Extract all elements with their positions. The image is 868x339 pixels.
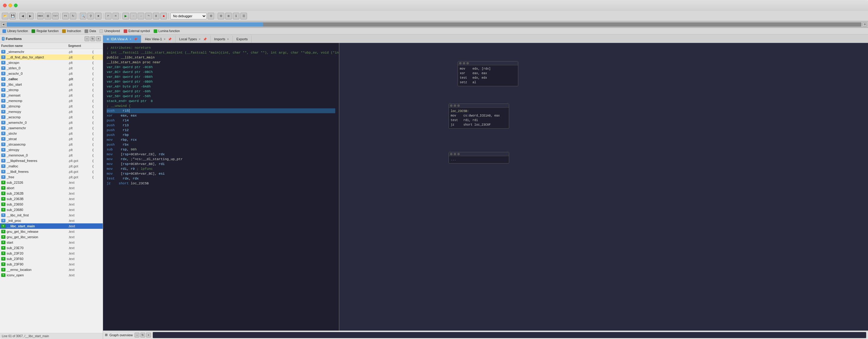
- graph-node-control-dot[interactable]: [466, 62, 469, 65]
- list-item[interactable]: T_strcasecmp.plt(: [0, 142, 103, 147]
- list-item[interactable]: Tabort.text: [0, 185, 103, 191]
- tab-exports[interactable]: Exports: [233, 35, 252, 43]
- nav-settings[interactable]: ⚙: [863, 23, 867, 27]
- graph-node-control-dot[interactable]: [459, 62, 462, 65]
- list-item[interactable]: Ticonv_open.text: [0, 272, 103, 278]
- list-item[interactable]: T_strmemchr.plt(: [0, 49, 103, 55]
- code-line[interactable]: __libc_start_main proc near: [107, 60, 335, 65]
- tab-ida-view[interactable]: ⊞ IDA View-A × 📌: [103, 35, 141, 43]
- code-line[interactable]: public __libc_start_main: [107, 55, 335, 60]
- code-line[interactable]: var_BC= dword ptr -0BCh: [107, 70, 335, 74]
- graph-overview-refresh-btn[interactable]: ↻: [140, 333, 145, 338]
- run-button[interactable]: ▶: [122, 13, 129, 20]
- list-item[interactable]: Tsub_23F90.text: [0, 262, 103, 267]
- list-item[interactable]: T_strcspn.plt(: [0, 60, 103, 65]
- list-item[interactable]: Tsub_22326.text: [0, 180, 103, 185]
- list-item[interactable]: T_memcpy.plt(: [0, 109, 103, 114]
- maximize-button[interactable]: [14, 4, 18, 7]
- code-line[interactable]: push r14: [107, 118, 335, 123]
- list-item[interactable]: T_calloc.plt(: [0, 76, 103, 82]
- info-button[interactable]: ℹ: [233, 13, 240, 20]
- list-item[interactable]: T_memmove_0.plt(: [0, 152, 103, 158]
- tab-imports[interactable]: Imports ×: [211, 35, 233, 43]
- list-item[interactable]: T_strlen_0.plt(: [0, 65, 103, 71]
- code-line[interactable]: push rbp: [107, 133, 335, 137]
- graph-node[interactable]: loc_23C5B:mov cs:dword_ICE1A0, eaxtest r…: [448, 103, 509, 129]
- code-line[interactable]: var_A8= byte ptr -0A8h: [107, 84, 335, 89]
- tab-hex-view-pin[interactable]: 📌: [168, 37, 172, 41]
- list-item[interactable]: T_strchr.plt(: [0, 131, 103, 136]
- list-item[interactable]: T_strncmp.plt(: [0, 103, 103, 109]
- list-item[interactable]: Tsub_23F20.text: [0, 250, 103, 256]
- list-item[interactable]: Tsub_23650.text: [0, 202, 103, 207]
- code-line[interactable]: var_C8= qword ptr -0C8h: [107, 65, 335, 70]
- list-item[interactable]: T_strcmp.plt(: [0, 87, 103, 93]
- mark-button[interactable]: ★: [95, 13, 101, 20]
- layout-button[interactable]: ☰: [240, 13, 247, 20]
- rebase-button[interactable]: R: [113, 13, 119, 20]
- list-item[interactable]: T_free.plt.got(: [0, 174, 103, 180]
- patch-button[interactable]: P: [105, 13, 112, 20]
- list-item[interactable]: T_rawmemchr.plt(: [0, 125, 103, 131]
- list-item[interactable]: Tsub_2362B.text: [0, 191, 103, 196]
- open-button[interactable]: 📂: [2, 13, 8, 20]
- code-line[interactable]: stack_end= qword ptr 8: [107, 99, 335, 103]
- code-line[interactable]: var_60= qword ptr -60h: [107, 89, 335, 94]
- sync-button[interactable]: ↻: [70, 13, 76, 20]
- code-line[interactable]: test rdx, rdx: [107, 176, 335, 181]
- code-line[interactable]: mov rdi, r9 ; lpfunc: [107, 167, 335, 171]
- list-item[interactable]: T_memset.plt(: [0, 93, 103, 98]
- list-item[interactable]: T_wcschr_0.plt(: [0, 71, 103, 76]
- forward-button[interactable]: ▶: [27, 13, 34, 20]
- pseudocode-button[interactable]: F5: [62, 13, 69, 20]
- list-item[interactable]: T_memcmp.plt(: [0, 98, 103, 103]
- tab-ida-view-pin[interactable]: 📌: [134, 37, 137, 41]
- list-item[interactable]: Tsub_2363B.text: [0, 196, 103, 202]
- debugger-options-button[interactable]: ⚙: [208, 13, 214, 20]
- graph-overview-close-btn[interactable]: ×: [146, 333, 151, 338]
- graph-node[interactable]: ...: [448, 152, 509, 164]
- tab-ida-view-close[interactable]: ×: [129, 37, 131, 41]
- code-line[interactable]: var_B0= qword ptr -0B0h: [107, 79, 335, 84]
- close-button[interactable]: [3, 4, 7, 7]
- minimize-button[interactable]: [8, 4, 12, 7]
- code-line[interactable]: mov rdx, ;">cs:__dl_starting_up_ptr: [107, 157, 335, 162]
- list-item[interactable]: Tgnu_get_libc_version.text: [0, 234, 103, 240]
- code-line[interactable]: push r13: [107, 123, 335, 128]
- list-item[interactable]: Tsub_23680.text: [0, 207, 103, 212]
- stop-button[interactable]: ■: [160, 13, 167, 20]
- code-panel[interactable]: ; Attributes: noreturn; int __fastcall _…: [103, 43, 339, 331]
- list-item[interactable]: T_malloc.plt.got(: [0, 164, 103, 169]
- back-button[interactable]: ◀: [20, 13, 26, 20]
- bookmarks-button[interactable]: ⊕: [225, 13, 232, 20]
- code-line[interactable]: ; int __fastcall __libc_start_main(int (…: [107, 50, 335, 55]
- list-item[interactable]: Tsub_23F60.text: [0, 256, 103, 262]
- settings-button[interactable]: ⚙: [218, 13, 224, 20]
- graph-overview-minimize-btn[interactable]: −: [134, 333, 140, 338]
- find-button[interactable]: 🔍: [80, 13, 86, 20]
- tab-local-types-pin[interactable]: 📌: [203, 37, 207, 41]
- graph-node-control-dot[interactable]: [463, 62, 465, 65]
- list-item[interactable]: T_wcscmp.plt(: [0, 114, 103, 120]
- list-item[interactable]: T__libc_init_first.text: [0, 212, 103, 218]
- list-item[interactable]: T_libc_start.plt(: [0, 82, 103, 87]
- hex-view-button[interactable]: HEX: [37, 13, 44, 20]
- graph-node-control-dot[interactable]: [457, 104, 460, 107]
- code-line[interactable]: sub rsp, 98h: [107, 147, 335, 152]
- text-view-button[interactable]: TXT: [52, 13, 59, 20]
- code-line[interactable]: mov [rsp+0C8h+var_C8], rdx: [107, 152, 335, 157]
- graph-node-control-dot[interactable]: [454, 104, 456, 107]
- step-into-button[interactable]: ↓: [137, 13, 144, 20]
- graph-view[interactable]: To mov edx, [rdx]xor eax, eaxtest edx, e…: [339, 43, 868, 331]
- code-line[interactable]: ; __unwind {: [107, 103, 335, 108]
- graph-node-control-dot[interactable]: [450, 153, 453, 155]
- nav-back[interactable]: ◀: [1, 23, 5, 27]
- list-item[interactable]: Tstart.text: [0, 240, 103, 245]
- graph-node[interactable]: mov edx, [rdx]xor eax, eaxtest edx, edxs…: [458, 61, 518, 86]
- list-item[interactable]: T__libpthread_freeres.plt.got(: [0, 158, 103, 164]
- tab-local-types[interactable]: Local Types × 📌: [176, 35, 210, 43]
- tab-hex-view[interactable]: Hex View-1 × 📌: [141, 35, 176, 43]
- graph-node-control-dot[interactable]: [454, 153, 456, 155]
- code-line[interactable]: ; Attributes: noreturn: [107, 45, 335, 50]
- graph-node-control-dot[interactable]: [450, 104, 453, 107]
